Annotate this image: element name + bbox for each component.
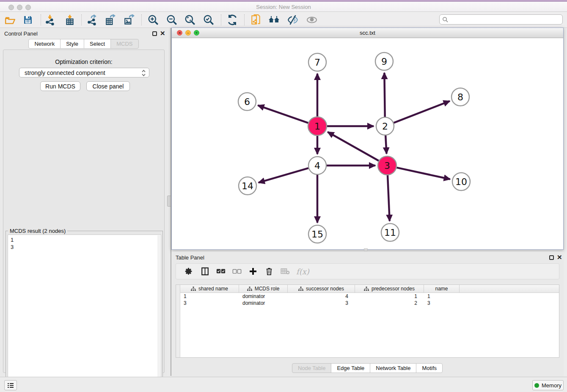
network-window-titlebar[interactable]: ✕ − + scc.txt [172, 28, 563, 38]
panel-splitter-grip[interactable] [167, 196, 171, 207]
delete-columns-icon[interactable] [264, 266, 274, 276]
main-toolbar [0, 12, 567, 28]
canvas-resize-grip[interactable] [364, 248, 368, 251]
table-row[interactable]: 1 dominator 4 1 1 [180, 293, 559, 300]
float-table-panel-icon[interactable] [549, 255, 554, 260]
tab-style[interactable]: Style [60, 39, 84, 49]
show-column-icon[interactable] [200, 266, 210, 276]
graph-node-4[interactable]: 4 [308, 157, 326, 174]
result-scrollbar[interactable] [157, 235, 160, 385]
column-header-name[interactable]: name [424, 285, 460, 293]
graph-edge-3-10[interactable] [396, 168, 450, 179]
app-window-title: Session: New Session [0, 4, 567, 10]
column-header-predecessor-nodes[interactable]: predecessor nodes [355, 285, 424, 293]
close-panel-button[interactable]: Close panel [86, 81, 130, 91]
search-input[interactable] [449, 15, 562, 24]
task-history-button[interactable] [4, 380, 17, 390]
export-table-icon[interactable] [104, 13, 117, 27]
import-network-icon[interactable] [44, 13, 57, 27]
cell-predecessor-nodes[interactable]: 2 [355, 300, 424, 306]
tab-edge-table[interactable]: Edge Table [331, 363, 370, 373]
graph-node-1[interactable]: 1 [308, 117, 327, 135]
column-label: shared name [198, 286, 228, 292]
cell-shared-name[interactable]: 3 [180, 300, 239, 306]
show-graphics-details-icon[interactable] [305, 13, 319, 27]
cell-mcds-role[interactable]: dominator [239, 293, 288, 300]
cell-predecessor-nodes[interactable]: 1 [355, 293, 424, 300]
float-panel-icon[interactable] [152, 31, 157, 36]
graph-node-8[interactable]: 8 [451, 88, 469, 106]
graph-node-label: 9 [381, 56, 387, 67]
export-image-icon[interactable] [122, 13, 136, 27]
tab-network[interactable]: Network [28, 39, 61, 49]
network-canvas[interactable]: 1234678910111415 [172, 38, 563, 249]
graph-node-3[interactable]: 3 [378, 156, 396, 175]
list-icon [7, 383, 14, 388]
zoom-in-icon[interactable] [146, 13, 160, 27]
tab-network-table[interactable]: Network Table [370, 363, 416, 373]
criterion-dropdown[interactable]: strongly connected component [19, 68, 149, 77]
graph-edge-2-8[interactable] [394, 101, 450, 123]
cell-shared-name[interactable]: 1 [180, 293, 239, 300]
graph-node-14[interactable]: 14 [239, 177, 256, 195]
mcds-result-textarea[interactable]: 1 3 [8, 235, 161, 385]
graph-node-label: 4 [314, 160, 320, 171]
graph-node-7[interactable]: 7 [308, 53, 326, 71]
network-window-title: scc.txt [172, 30, 563, 36]
cell-successor-nodes[interactable]: 3 [288, 300, 355, 306]
column-header-shared-name[interactable]: shared name [180, 285, 239, 293]
table-row[interactable]: 3 dominator 3 2 3 [180, 300, 559, 306]
graph-edge-1-6[interactable] [258, 105, 308, 123]
zoom-fit-icon[interactable] [183, 13, 197, 27]
tab-select[interactable]: Select [84, 39, 111, 49]
save-session-icon[interactable] [21, 13, 35, 27]
new-network-from-file-icon[interactable] [249, 13, 263, 27]
graph-edge-3-1[interactable] [328, 132, 379, 161]
search-icon [442, 17, 449, 23]
hide-graphics-details-icon[interactable] [286, 13, 300, 27]
app-titlebar: Session: New Session [0, 0, 567, 12]
cell-name[interactable]: 3 [424, 300, 460, 306]
tab-mcds[interactable]: MCDS [110, 39, 138, 49]
graph-node-2[interactable]: 2 [376, 117, 394, 135]
sort-hierarchy-icon [191, 287, 196, 291]
unselect-all-checkboxes-icon[interactable] [232, 266, 242, 276]
graph-node-10[interactable]: 10 [452, 173, 470, 190]
node-table: shared name MCDS role successor nodes pr… [176, 284, 559, 358]
network-view-window: ✕ − + scc.txt 1234678910111415 [171, 28, 564, 250]
run-mcds-button[interactable]: Run MCDS [40, 81, 80, 91]
graph-node-11[interactable]: 11 [381, 224, 399, 241]
create-new-column-icon[interactable] [248, 266, 258, 276]
open-session-icon[interactable] [3, 13, 17, 27]
column-header-mcds-role[interactable]: MCDS role [239, 285, 288, 293]
refresh-icon[interactable] [226, 13, 239, 27]
graph-node-label: 7 [314, 57, 320, 68]
memory-button[interactable]: Memory [532, 380, 564, 390]
close-panel-icon[interactable]: ✕ [160, 30, 165, 37]
sort-hierarchy-icon [298, 287, 303, 291]
cell-name[interactable]: 1 [424, 293, 460, 300]
graph-node-9[interactable]: 9 [375, 52, 393, 70]
close-table-panel-icon[interactable]: ✕ [557, 254, 562, 261]
tab-motifs[interactable]: Motifs [416, 363, 443, 373]
column-header-successor-nodes[interactable]: successor nodes [288, 285, 355, 293]
cell-successor-nodes[interactable]: 4 [288, 293, 355, 300]
graph-edge-2-3[interactable] [385, 135, 386, 154]
column-label: name [435, 286, 448, 292]
show-all-networks-icon[interactable] [267, 13, 281, 27]
graph-edge-4-14[interactable] [259, 168, 308, 182]
cell-mcds-role[interactable]: dominator [239, 300, 288, 306]
graph-node-label: 1 [314, 121, 320, 132]
zoom-out-icon[interactable] [165, 13, 179, 27]
graph-node-15[interactable]: 15 [308, 225, 326, 243]
graph-edge-2-9[interactable] [384, 73, 385, 117]
export-network-icon[interactable] [85, 13, 99, 27]
import-table-icon[interactable] [63, 13, 77, 27]
graph-node-6[interactable]: 6 [238, 93, 256, 110]
table-options-gear-icon[interactable] [184, 266, 194, 276]
select-all-checkboxes-icon[interactable] [216, 266, 226, 276]
graph-node-label: 14 [242, 181, 253, 191]
tab-node-table[interactable]: Node Table [292, 363, 332, 373]
zoom-selected-icon[interactable] [202, 13, 215, 27]
graph-edge-3-11[interactable] [388, 175, 390, 221]
